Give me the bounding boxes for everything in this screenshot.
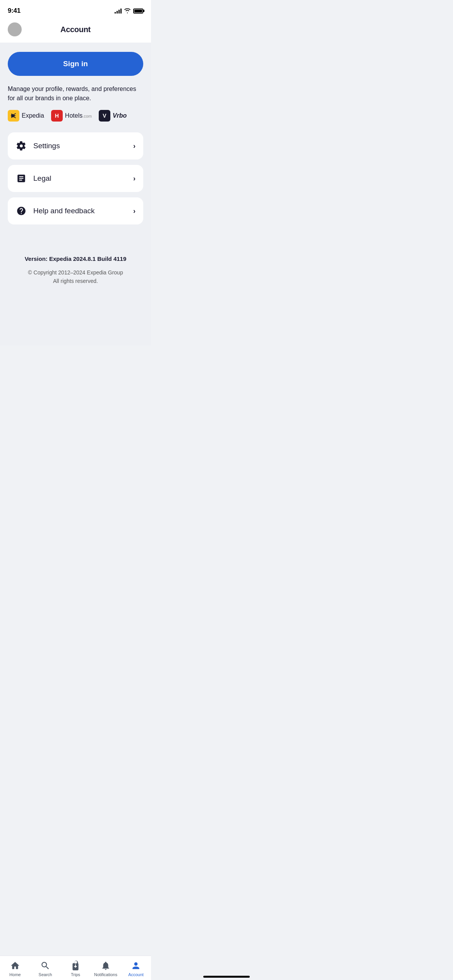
footer-info: Version: Expedia 2024.8.1 Build 4119 © C… (8, 255, 143, 293)
settings-label: Settings (33, 142, 133, 150)
header: Account (0, 19, 151, 43)
version-text: Version: Expedia 2024.8.1 Build 4119 (8, 255, 143, 262)
status-time: 9:41 (8, 7, 21, 15)
hotels-brand: H Hotels.com (51, 110, 92, 122)
settings-menu-item[interactable]: Settings › (8, 132, 143, 159)
help-icon (15, 205, 27, 217)
page-title: Account (60, 25, 91, 34)
status-bar: 9:41 (0, 0, 151, 19)
vrbo-brand: V Vrbo (99, 110, 127, 122)
wifi-icon (124, 8, 131, 14)
legal-menu-item[interactable]: Legal › (8, 165, 143, 192)
legal-icon (15, 173, 27, 184)
signin-button[interactable]: Sign in (8, 52, 143, 76)
expedia-brand: Expedia (8, 110, 44, 122)
copyright-text: © Copyright 2012–2024 Expedia GroupAll r… (8, 268, 143, 286)
gear-icon (15, 140, 27, 152)
menu-list: Settings › Legal › Help and feedback › (8, 132, 143, 224)
vrbo-logo-icon: V (99, 110, 110, 122)
signal-icon (115, 8, 122, 14)
expedia-label: Expedia (22, 112, 44, 119)
help-feedback-label: Help and feedback (33, 207, 133, 215)
expedia-logo-icon (8, 110, 19, 122)
battery-icon (133, 9, 143, 14)
avatar (8, 22, 22, 36)
help-chevron-icon: › (133, 207, 136, 215)
vrbo-label: Vrbo (113, 112, 127, 119)
description-text: Manage your profile, rewards, and prefer… (8, 84, 143, 103)
legal-label: Legal (33, 174, 133, 183)
legal-chevron-icon: › (133, 175, 136, 183)
help-feedback-menu-item[interactable]: Help and feedback › (8, 197, 143, 224)
settings-chevron-icon: › (133, 142, 136, 150)
status-icons (115, 8, 143, 14)
hotels-label: Hotels.com (65, 112, 92, 119)
main-content: Sign in Manage your profile, rewards, an… (0, 43, 151, 345)
hotels-logo-icon: H (51, 110, 63, 122)
brands-row: Expedia H Hotels.com V Vrbo (8, 110, 143, 122)
